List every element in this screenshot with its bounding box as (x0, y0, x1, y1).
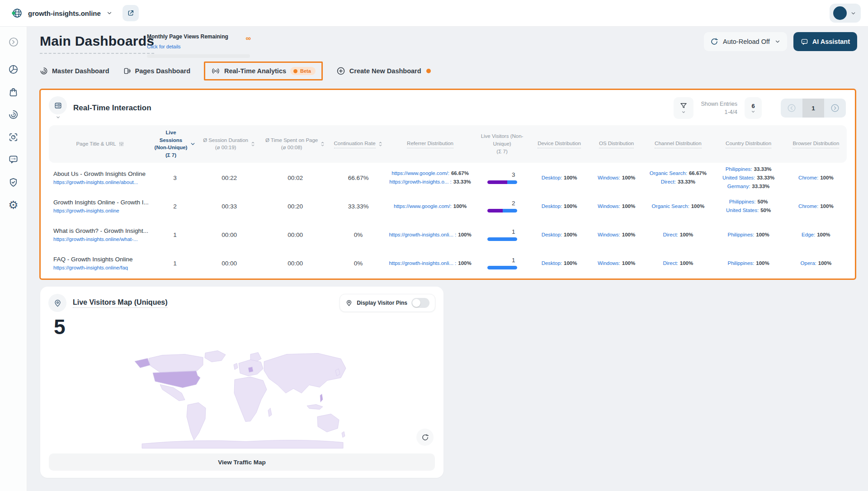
duration-value: 00:22 (198, 175, 260, 181)
filter-button[interactable] (674, 97, 693, 119)
page-url-link[interactable]: https://growth-insights.online (53, 208, 119, 213)
tab-real-time-analytics[interactable]: Real-Time Analytics Beta (204, 61, 323, 80)
column-header-page-title[interactable]: Page Title & URL (49, 140, 151, 148)
column-header-device-distribution[interactable]: Device Distribution (530, 140, 589, 148)
ai-assistant-button[interactable]: AI Assistant (793, 32, 857, 51)
shopping-bag-icon (8, 87, 19, 97)
tab-label: Create New Dashboard (349, 67, 421, 75)
column-header-live-sessions[interactable]: Live Sessions (Non-Unique)(Σ 7) (151, 129, 198, 159)
region-philippines-highlight (320, 394, 323, 402)
next-page-button[interactable] (824, 99, 846, 118)
plus-circle-icon (336, 66, 345, 76)
os-cell: Windows:100% (589, 174, 644, 182)
page-url-link[interactable]: https://growth-insights.online/what-... (53, 236, 138, 242)
device-cell: Desktop:100% (530, 259, 589, 268)
tab-label: Master Dashboard (52, 67, 109, 75)
region-alaska-highlight (135, 359, 150, 368)
region-africa (234, 377, 267, 422)
page-url-link[interactable]: https://growth-insights.online/about... (53, 179, 138, 185)
widget-menu-button[interactable] (49, 96, 67, 120)
previous-page-button[interactable] (781, 99, 802, 118)
tab-pages-dashboard[interactable]: Pages Dashboard (123, 67, 191, 75)
quota-widget: Monthly Page Views Remaining ∞ Click for… (147, 33, 251, 58)
sidebar-item-privacy[interactable] (5, 173, 23, 191)
continuation-value: 33.33% (330, 203, 386, 210)
sidebar-item-sessions[interactable] (5, 105, 23, 123)
device-cell: Desktop:100% (530, 174, 589, 182)
region-madagascar (268, 408, 272, 417)
auto-reload-label: Auto-Reload Off (723, 38, 770, 45)
dashboard-tabs: Master Dashboard Pages Dashboard Real-Ti… (40, 61, 431, 80)
browser-cell: Opera:100% (785, 259, 847, 268)
chevron-down-icon (681, 110, 686, 114)
column-header-time-spent[interactable]: Ø Time Spent on Page(ø 00:08) (260, 137, 330, 151)
sessions-value: 2 (151, 203, 198, 210)
sidebar-item-dashboards[interactable] (5, 60, 23, 78)
quota-details-link[interactable]: Click for details (147, 44, 181, 49)
expand-sidebar-button[interactable] (5, 33, 23, 51)
open-website-button[interactable] (123, 5, 139, 21)
page-title-text: FAQ - Growth Insights Online (53, 255, 149, 264)
pins-toggle[interactable] (411, 298, 429, 308)
continuation-value: 0% (330, 231, 386, 238)
funnel-icon (679, 102, 688, 110)
device-cell: Desktop:100% (530, 202, 589, 211)
globe-icon (11, 7, 23, 19)
page-url-link[interactable]: https://growth-insights.online/faq (53, 265, 128, 270)
auto-reload-selector[interactable]: Auto-Reload Off (704, 32, 787, 51)
sidebar-item-ecommerce[interactable] (5, 83, 23, 101)
column-header-referrer-distribution[interactable]: Referrer Distribution (386, 140, 474, 148)
beta-label: Beta (300, 68, 311, 74)
sidebar-item-settings[interactable]: ⚙ (5, 196, 23, 214)
column-header-browser-distribution[interactable]: Browser Distribution (785, 140, 847, 148)
chat-bubble-icon (8, 154, 19, 165)
column-header-os-distribution[interactable]: OS Distribution (589, 140, 644, 148)
refresh-icon (710, 38, 718, 46)
sliders-sort-icon (118, 141, 124, 147)
spiral-icon (8, 109, 19, 120)
quota-value: ∞ (246, 35, 251, 42)
live-visitors-cell: 2 (474, 200, 530, 212)
topbar: growth-insights.online (0, 0, 868, 27)
refresh-icon (421, 434, 429, 441)
beta-badge: Beta (290, 67, 316, 75)
sort-both-icon (320, 141, 325, 147)
map-refresh-button[interactable] (416, 429, 434, 446)
device-cell: Desktop:100% (530, 231, 589, 239)
column-header-channel-distribution[interactable]: Channel Distribution (644, 140, 712, 148)
tab-master-dashboard[interactable]: Master Dashboard (40, 67, 109, 75)
column-header-session-duration[interactable]: Ø Session Duration(ø 00:19) (198, 137, 260, 151)
ai-assistant-label: AI Assistant (812, 38, 850, 45)
account-menu[interactable] (830, 4, 861, 23)
notification-dot (426, 69, 431, 73)
region-usa-highlight (153, 371, 200, 388)
column-header-continuation-rate[interactable]: Continuation Rate (330, 140, 386, 148)
channel-cell: Direct:100% (644, 231, 712, 239)
sidebar-item-feedback[interactable] (5, 150, 23, 168)
region-germany-highlight (248, 367, 253, 373)
view-traffic-map-button[interactable]: View Traffic Map (49, 453, 435, 471)
tab-create-new-dashboard[interactable]: Create New Dashboard (336, 66, 431, 76)
chevron-down-icon (106, 10, 113, 16)
arrow-right-circle-icon (8, 37, 19, 47)
pie-chart-icon (8, 64, 19, 75)
region-australia (317, 414, 339, 432)
analytics-dashboard-page: growth-insights.online (0, 0, 868, 491)
region-canada (149, 354, 203, 373)
os-cell: Windows:100% (589, 259, 644, 268)
sessions-value: 1 (151, 260, 198, 267)
external-link-icon (127, 9, 134, 17)
column-header-live-visitors[interactable]: Live Visitors (Non-Unique)(Σ 7) (474, 132, 530, 155)
page-title-text: About Us - Growth Insights Online (53, 170, 149, 178)
chevron-down-icon (850, 10, 856, 16)
channel-cell: Direct:100% (644, 259, 712, 268)
column-header-country-distribution[interactable]: Country Distribution (712, 140, 785, 148)
country-cell: Philippines:100% (712, 231, 785, 239)
domain-selector[interactable]: growth-insights.online (7, 5, 116, 22)
sort-both-icon (250, 141, 255, 147)
page-size-selector[interactable]: 6 (745, 97, 762, 119)
table-row: FAQ - Growth Insights Online https://gro… (49, 249, 847, 278)
table-row: What is Growth? - Growth Insight... http… (49, 221, 847, 249)
duration-value: 00:00 (198, 231, 260, 238)
sidebar-item-recordings[interactable] (5, 128, 23, 146)
